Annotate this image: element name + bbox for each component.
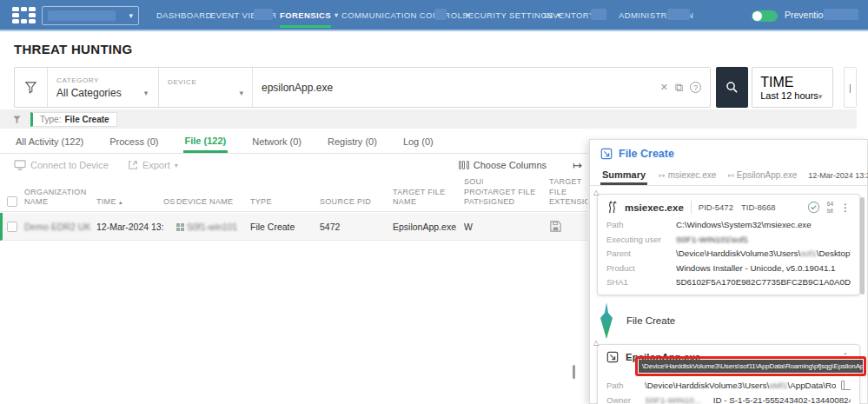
search-button[interactable]	[716, 67, 748, 108]
col-source-process-path[interactable]: SOURCE PROCESS PATH	[464, 177, 483, 207]
filter-chip-value: File Create	[64, 115, 109, 124]
sort-asc-icon: ▲	[118, 200, 123, 205]
process-card-header: msiexec.exe PID-5472 TID-8668 64bit ⋮	[606, 201, 851, 214]
checkpoint-logo-icon	[12, 7, 36, 23]
select-all-checkbox[interactable]	[7, 196, 17, 207]
help-icon[interactable]: ?	[690, 82, 701, 93]
choose-columns-button[interactable]: Choose Columns	[459, 160, 547, 170]
panel-tab-summary[interactable]: Summary	[600, 166, 647, 185]
panel-title-row: File Create	[590, 140, 867, 163]
windows-icon	[176, 223, 184, 231]
nav-redaction	[824, 9, 858, 20]
collapse-triangle-icon[interactable]: △	[593, 339, 599, 347]
filter-button[interactable]	[15, 68, 48, 107]
panel-tabs: Summary ↦msiexec.exe ↦EpsilonApp.exe 12-…	[590, 163, 867, 186]
file-create-icon	[600, 148, 613, 160]
cell-target-file-extension	[549, 220, 587, 233]
device-dropdown[interactable]: DEVICE ▾	[159, 68, 253, 107]
tab-process[interactable]: Process (0)	[108, 130, 160, 153]
table-row[interactable]: Demo EDR2 UK 12-Mar-2024 13:31... S0f1-w…	[0, 213, 587, 241]
process-icon	[606, 201, 618, 214]
tab-all-activity[interactable]: All Activity (122)	[14, 130, 85, 153]
col-type[interactable]: TYPE	[250, 197, 320, 207]
cell-device: S0f1-win101	[176, 222, 250, 232]
nav-forensics[interactable]: FORENSICS▾	[280, 0, 338, 30]
category-value: All Categories	[56, 87, 122, 99]
panel-tab-source-process[interactable]: ↦msiexec.exe	[659, 170, 716, 180]
cell-source-pid: 5472	[320, 222, 393, 232]
clear-icon[interactable]: ✕	[660, 83, 668, 92]
file-create-icon	[606, 351, 619, 363]
product-value: Windows Installer - Unicode, v5.0.19041.…	[676, 263, 851, 273]
tab-network[interactable]: Network (0)	[250, 130, 303, 153]
arrow-in-icon: ↦	[727, 171, 734, 180]
nav-communication-control[interactable]: COMMUNICATION CONTROL▾	[341, 0, 470, 30]
table-scrollbar[interactable]	[573, 365, 575, 379]
sha1-value: 5D6102F5A170E982C7735BFC2B9C1A0A0D435FD1	[676, 277, 851, 287]
connect-to-device-button[interactable]: Connect to Device	[14, 160, 109, 170]
expand-panel-icon[interactable]: ↦	[573, 159, 582, 172]
col-device-name[interactable]: DEVICE NAME	[176, 197, 250, 207]
category-dropdown[interactable]: CATEGORY All Categories▾	[48, 68, 159, 107]
flow-event-label: File Create	[626, 315, 675, 326]
col-source-pid[interactable]: SOURCE PID	[320, 197, 393, 207]
col-time[interactable]: TIME▲	[96, 197, 163, 207]
col-os[interactable]: OS	[163, 197, 176, 207]
copy-icon[interactable]	[841, 381, 851, 390]
tab-log[interactable]: Log (0)	[401, 130, 435, 153]
cell-source-process-path: W	[464, 222, 483, 232]
export-button[interactable]: Export ▾	[128, 160, 178, 170]
device-label: DEVICE	[168, 78, 243, 86]
result-tabs: All Activity (122) Process (0) File (122…	[0, 130, 587, 154]
panel-scrollbar[interactable]	[860, 197, 865, 295]
chevron-down-icon: ▾	[239, 89, 243, 97]
export-icon	[128, 160, 138, 170]
tab-registry[interactable]: Registry (0)	[326, 130, 379, 153]
category-label: CATEGORY	[56, 76, 149, 84]
col-target-file-extension[interactable]: TARGET FILE EXTENSION	[549, 177, 587, 207]
process-fields: Path C:\Windows\System32\msiexec.exe Exe…	[606, 220, 851, 287]
executing-user-value: S0F1-WIN101\sof1	[676, 235, 851, 244]
more-options-button[interactable]: |	[844, 67, 857, 108]
collapse-triangle-icon[interactable]: △	[593, 189, 599, 196]
owner-value: S0F1-WIN10...ID - S-1-5-21-555243402-134…	[645, 395, 851, 404]
kebab-menu-icon[interactable]: ⋮	[840, 202, 851, 213]
col-target-file-signed[interactable]: TARGET FILE SIGNED	[483, 188, 549, 208]
time-label: TIME	[760, 75, 825, 90]
panel-body: △ msiexec.exe PID-5472 TID-8668	[590, 186, 867, 404]
row-checkbox[interactable]	[7, 222, 17, 232]
cell-target-file-name: EpsilonApp.exe	[393, 222, 464, 232]
chevron-down-icon: ▾	[335, 11, 338, 19]
organization-dropdown[interactable]: ▾	[42, 6, 139, 25]
event-flow: File Create	[599, 302, 860, 339]
col-target-file-name[interactable]: TARGET FILE NAME	[393, 188, 464, 208]
active-filters-band: Type: File Create	[0, 109, 857, 129]
verified-icon	[807, 201, 820, 214]
col-organization-name[interactable]: ORGANIZATION NAME	[24, 188, 96, 208]
prevention-toggle[interactable]	[752, 10, 778, 22]
tab-file[interactable]: File (122)	[183, 130, 229, 153]
nav-redaction	[591, 9, 606, 20]
process-path-value: C:\Windows\System32\msiexec.exe	[676, 220, 851, 229]
time-range-dropdown[interactable]: TIME Last 12 hours▾	[752, 67, 833, 108]
chevron-down-icon: ▾	[818, 92, 823, 101]
target-path-value: \Device\HarddiskVolume3\Users\sMf1\AppDa…	[645, 381, 851, 390]
process-pid: PID-5472	[699, 202, 733, 212]
process-tid: TID-8668	[741, 202, 776, 212]
filter-chip-type[interactable]: Type: File Create	[30, 112, 117, 127]
chevron-down-icon: ▾	[144, 89, 149, 97]
page-title: THREAT HUNTING	[14, 42, 132, 56]
arrow-out-icon: ↦	[659, 171, 666, 180]
nav-dashboard[interactable]: DASHBOARD	[156, 0, 212, 30]
search-input[interactable]	[262, 82, 653, 94]
time-value: Last 12 hours	[760, 90, 818, 101]
toggle-knob	[752, 11, 762, 21]
query-builder: CATEGORY All Categories▾ DEVICE ▾ ✕ ⧉ ?	[14, 67, 711, 108]
query-field-wrap: ✕ ⧉ ?	[253, 68, 710, 107]
panel-tab-target-file[interactable]: ↦EpsilonApp.exe	[727, 170, 797, 180]
event-details-panel: File Create Summary ↦msiexec.exe ↦Epsilo…	[589, 139, 868, 404]
monitor-icon	[14, 160, 26, 170]
table-header: ORGANIZATION NAME TIME▲ OS DEVICE NAME T…	[0, 175, 587, 212]
copy-query-icon[interactable]: ⧉	[675, 82, 683, 93]
nav-redaction	[667, 9, 690, 20]
